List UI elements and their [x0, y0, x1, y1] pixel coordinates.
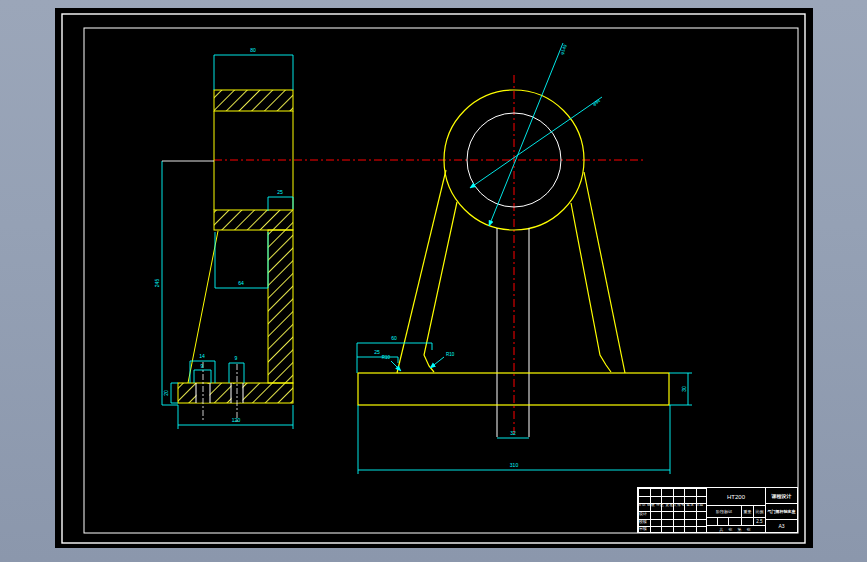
row-design-label: 设计: [639, 511, 647, 516]
dim-outer-diameter: φ140: [559, 43, 568, 55]
dim-fillet-left: R10: [382, 355, 391, 360]
material-cell: HT200: [706, 487, 766, 506]
dim-bore-width: 64: [238, 280, 244, 286]
row-check-label: 校核: [639, 519, 647, 524]
dim-hole-counterbore: 14: [199, 353, 205, 359]
title-block: 标记 处数 分区 更改文件号 签字 日期 设计 校核 审核 HT200 阶段标记…: [637, 487, 798, 533]
dim-base-thickness: 20: [163, 390, 169, 396]
dim-wall-step: 25: [277, 189, 283, 195]
revision-grid: [637, 487, 707, 533]
sheet-note-cell: 共 张 第 张: [706, 525, 766, 533]
revision-header: 标记 处数 分区 更改文件号 签字 日期: [638, 503, 706, 507]
dim-plate-height: 30: [681, 386, 687, 392]
dim-base-length-front: 310: [510, 462, 519, 468]
dim-hole-left: 9: [201, 363, 204, 369]
org-name-cell: 课程设计: [765, 487, 798, 504]
dim-overall-height: 245: [154, 279, 160, 288]
front-view-dimensions: [357, 43, 692, 474]
sheet-frame: [62, 14, 805, 543]
sheet-size-cell: A3: [765, 519, 798, 533]
part-name-cell: 气门摇杆轴支座: [765, 503, 798, 520]
dim-top-width: 80: [250, 47, 256, 53]
dim-step-to-leg: 60: [391, 335, 397, 341]
front-view-dim-labels: 60 25 R10 R10 φ140 φ94 32 310 30: [374, 43, 687, 468]
dim-fillet-right: R10: [446, 352, 455, 357]
dim-step-inner: 25: [374, 349, 380, 355]
column-bore-lines: [497, 228, 529, 437]
dim-inner-diameter: φ94: [592, 98, 602, 107]
dim-base-length: 120: [232, 417, 241, 423]
cad-application-window: 80 25 64 245 20 14 9 9 120: [0, 0, 867, 562]
section-view: [178, 90, 293, 423]
cad-drawing: 80 25 64 245 20 14 9 9 120: [0, 0, 867, 562]
dim-column-width: 32: [510, 430, 516, 436]
dim-hole-right: 9: [235, 355, 238, 361]
row-approve-label: 审核: [639, 526, 647, 531]
